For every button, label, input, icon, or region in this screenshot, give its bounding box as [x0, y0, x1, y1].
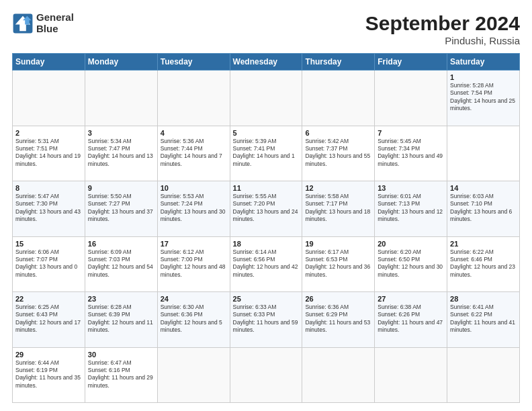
day-number: 16 [88, 240, 154, 248]
day-cell-1: 1Sunrise: 5:28 AMSunset: 7:54 PMDaylight… [447, 71, 520, 126]
day-info: Sunrise: 6:33 AMSunset: 6:33 PMDaylight:… [233, 304, 300, 334]
day-cell-23: 23Sunrise: 6:28 AMSunset: 6:39 PMDayligh… [85, 292, 157, 348]
week-row-5: 29Sunrise: 6:44 AMSunset: 6:19 PMDayligh… [13, 347, 520, 403]
title-block: September 2024 Pindushi, Russia [365, 12, 520, 46]
day-info: Sunrise: 5:36 AMSunset: 7:44 PMDaylight:… [161, 138, 227, 169]
day-info: Sunrise: 6:44 AMSunset: 6:19 PMDaylight:… [15, 359, 82, 390]
day-cell-7: 7Sunrise: 5:45 AMSunset: 7:34 PMDaylight… [375, 126, 447, 181]
day-cell-29: 29Sunrise: 6:44 AMSunset: 6:19 PMDayligh… [13, 347, 85, 403]
empty-cell [375, 347, 447, 403]
day-info: Sunrise: 5:55 AMSunset: 7:20 PMDaylight:… [233, 193, 300, 224]
empty-cell [302, 347, 375, 403]
day-info: Sunrise: 5:34 AMSunset: 7:47 PMDaylight:… [88, 138, 154, 169]
day-cell-8: 8Sunrise: 5:47 AMSunset: 7:30 PMDaylight… [13, 181, 85, 237]
day-number: 5 [233, 129, 300, 137]
day-info: Sunrise: 6:20 AMSunset: 6:50 PMDaylight:… [378, 248, 444, 279]
day-number: 1 [450, 73, 517, 81]
day-number: 8 [15, 184, 82, 192]
weekday-header-sunday: Sunday [13, 54, 85, 71]
day-info: Sunrise: 5:53 AMSunset: 7:24 PMDaylight:… [161, 193, 227, 224]
day-number: 11 [233, 184, 300, 192]
day-cell-22: 22Sunrise: 6:25 AMSunset: 6:43 PMDayligh… [13, 292, 85, 348]
day-cell-12: 12Sunrise: 5:58 AMSunset: 7:17 PMDayligh… [302, 181, 375, 237]
day-info: Sunrise: 6:17 AMSunset: 6:53 PMDaylight:… [305, 248, 371, 279]
day-cell-14: 14Sunrise: 6:03 AMSunset: 7:10 PMDayligh… [447, 181, 520, 237]
day-info: Sunrise: 6:12 AMSunset: 7:00 PMDaylight:… [161, 248, 227, 279]
weekday-header-monday: Monday [85, 54, 157, 71]
empty-cell [157, 347, 230, 403]
day-info: Sunrise: 6:28 AMSunset: 6:39 PMDaylight:… [88, 304, 154, 334]
day-info: Sunrise: 6:47 AMSunset: 6:16 PMDaylight:… [88, 359, 154, 390]
day-cell-6: 6Sunrise: 5:42 AMSunset: 7:37 PMDaylight… [302, 126, 375, 181]
week-row-1: 2Sunrise: 5:31 AMSunset: 7:51 PMDaylight… [13, 126, 520, 181]
weekday-header-row: SundayMondayTuesdayWednesdayThursdayFrid… [13, 54, 520, 71]
day-number: 30 [88, 351, 154, 359]
day-cell-20: 20Sunrise: 6:20 AMSunset: 6:50 PMDayligh… [375, 236, 447, 292]
day-cell-21: 21Sunrise: 6:22 AMSunset: 6:46 PMDayligh… [447, 236, 520, 292]
day-number: 17 [161, 240, 227, 248]
day-info: Sunrise: 5:58 AMSunset: 7:17 PMDaylight:… [305, 193, 371, 224]
day-number: 2 [15, 129, 82, 137]
logo-line2: Blue [36, 24, 74, 35]
day-cell-30: 30Sunrise: 6:47 AMSunset: 6:16 PMDayligh… [85, 347, 157, 403]
empty-cell [230, 71, 302, 126]
calendar-subtitle: Pindushi, Russia [365, 35, 520, 46]
calendar-table: SundayMondayTuesdayWednesdayThursdayFrid… [12, 53, 520, 403]
day-info: Sunrise: 6:09 AMSunset: 7:03 PMDaylight:… [88, 248, 154, 279]
day-info: Sunrise: 6:14 AMSunset: 6:56 PMDaylight:… [233, 248, 300, 279]
weekday-header-thursday: Thursday [302, 54, 375, 71]
day-info: Sunrise: 6:41 AMSunset: 6:22 PMDaylight:… [450, 304, 517, 334]
weekday-header-saturday: Saturday [447, 54, 520, 71]
day-cell-25: 25Sunrise: 6:33 AMSunset: 6:33 PMDayligh… [230, 292, 302, 348]
day-number: 24 [161, 295, 227, 303]
day-number: 3 [88, 129, 154, 137]
day-cell-17: 17Sunrise: 6:12 AMSunset: 7:00 PMDayligh… [157, 236, 230, 292]
logo-icon [12, 13, 34, 34]
day-number: 10 [161, 184, 227, 192]
weekday-header-tuesday: Tuesday [157, 54, 230, 71]
day-info: Sunrise: 6:03 AMSunset: 7:10 PMDaylight:… [450, 193, 517, 224]
day-number: 4 [161, 129, 227, 137]
day-cell-28: 28Sunrise: 6:41 AMSunset: 6:22 PMDayligh… [447, 292, 520, 348]
day-number: 28 [450, 295, 517, 303]
header: General Blue September 2024 Pindushi, Ru… [12, 12, 520, 46]
day-info: Sunrise: 6:25 AMSunset: 6:43 PMDaylight:… [15, 304, 82, 334]
day-info: Sunrise: 5:28 AMSunset: 7:54 PMDaylight:… [450, 82, 517, 113]
day-info: Sunrise: 5:50 AMSunset: 7:27 PMDaylight:… [88, 193, 154, 224]
day-cell-3: 3Sunrise: 5:34 AMSunset: 7:47 PMDaylight… [85, 126, 157, 181]
day-cell-24: 24Sunrise: 6:30 AMSunset: 6:36 PMDayligh… [157, 292, 230, 348]
day-cell-4: 4Sunrise: 5:36 AMSunset: 7:44 PMDaylight… [157, 126, 230, 181]
day-info: Sunrise: 6:22 AMSunset: 6:46 PMDaylight:… [450, 248, 517, 279]
day-number: 22 [15, 295, 82, 303]
logo-line1: General [36, 12, 74, 24]
day-info: Sunrise: 5:31 AMSunset: 7:51 PMDaylight:… [15, 138, 82, 169]
day-info: Sunrise: 5:39 AMSunset: 7:41 PMDaylight:… [233, 138, 300, 169]
day-number: 12 [305, 184, 371, 192]
day-number: 29 [15, 351, 82, 359]
logo: General Blue [12, 12, 74, 34]
calendar-title: September 2024 [365, 12, 520, 35]
day-info: Sunrise: 5:42 AMSunset: 7:37 PMDaylight:… [305, 138, 371, 169]
day-cell-10: 10Sunrise: 5:53 AMSunset: 7:24 PMDayligh… [157, 181, 230, 237]
week-row-0: 1Sunrise: 5:28 AMSunset: 7:54 PMDaylight… [13, 71, 520, 126]
day-number: 27 [378, 295, 444, 303]
day-cell-5: 5Sunrise: 5:39 AMSunset: 7:41 PMDaylight… [230, 126, 302, 181]
week-row-2: 8Sunrise: 5:47 AMSunset: 7:30 PMDaylight… [13, 181, 520, 237]
day-number: 9 [88, 184, 154, 192]
day-info: Sunrise: 6:30 AMSunset: 6:36 PMDaylight:… [161, 304, 227, 334]
day-number: 13 [378, 184, 444, 192]
empty-cell [447, 347, 520, 403]
day-info: Sunrise: 6:06 AMSunset: 7:07 PMDaylight:… [15, 248, 82, 279]
day-number: 19 [305, 240, 371, 248]
day-number: 6 [305, 129, 371, 137]
empty-cell [85, 71, 157, 126]
day-number: 21 [450, 240, 517, 248]
day-info: Sunrise: 5:45 AMSunset: 7:34 PMDaylight:… [378, 138, 444, 169]
day-number: 15 [15, 240, 82, 248]
empty-cell [302, 71, 375, 126]
day-info: Sunrise: 5:47 AMSunset: 7:30 PMDaylight:… [15, 193, 82, 224]
week-row-4: 22Sunrise: 6:25 AMSunset: 6:43 PMDayligh… [13, 292, 520, 348]
day-info: Sunrise: 6:01 AMSunset: 7:13 PMDaylight:… [378, 193, 444, 224]
weekday-header-friday: Friday [375, 54, 447, 71]
day-number: 25 [233, 295, 300, 303]
